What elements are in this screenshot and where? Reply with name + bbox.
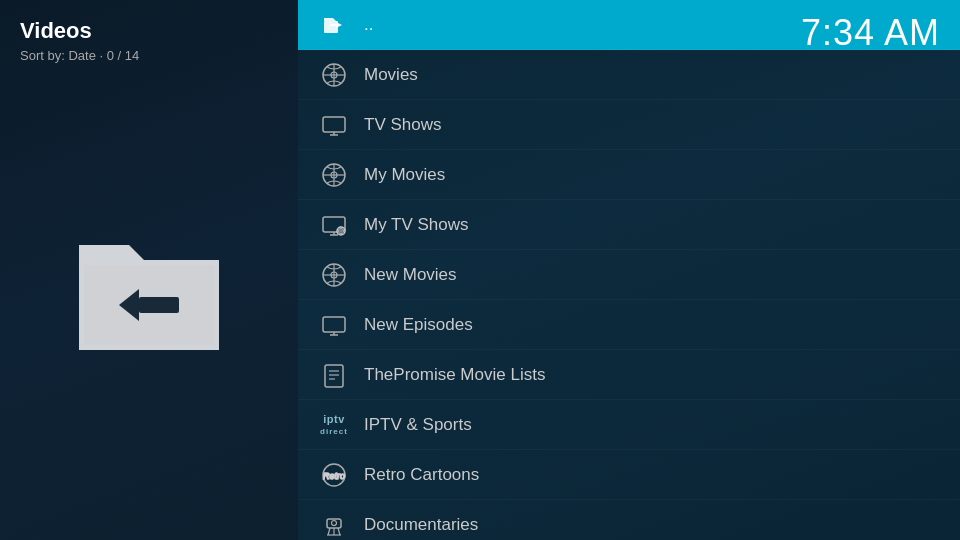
menu-item-retro[interactable]: Retro Retro Cartoons [298, 450, 960, 500]
menu-label-new-movies: New Movies [364, 265, 457, 285]
menu-label-my-tv-shows: My TV Shows [364, 215, 469, 235]
documentaries-icon [318, 509, 350, 541]
left-panel: Videos Sort by: Date · 0 / 14 [0, 0, 298, 540]
folder-back-icon [69, 210, 229, 374]
svg-line-37 [328, 528, 330, 535]
menu-label-movies: Movies [364, 65, 418, 85]
svg-rect-2 [324, 21, 338, 33]
svg-rect-3 [330, 24, 340, 26]
right-panel: 7:34 AM .. [298, 0, 960, 540]
menu-label-iptv: IPTV & Sports [364, 415, 472, 435]
menu-item-iptv[interactable]: iptvdirect IPTV & Sports [298, 400, 960, 450]
sort-info: Sort by: Date · 0 / 14 [20, 48, 139, 63]
svg-rect-29 [325, 365, 343, 387]
iptv-text: iptvdirect [320, 414, 348, 436]
svg-text:Retro: Retro [323, 471, 345, 481]
menu-label-tv-shows: TV Shows [364, 115, 441, 135]
movies-icon [318, 59, 350, 91]
svg-rect-8 [323, 117, 345, 132]
menu-item-tv-shows[interactable]: TV Shows [298, 100, 960, 150]
menu-item-documentaries[interactable]: Documentaries [298, 500, 960, 540]
menu-label-back: .. [364, 15, 373, 35]
thepromise-icon [318, 359, 350, 391]
menu-item-movies[interactable]: Movies [298, 50, 960, 100]
retro-icon: Retro [318, 459, 350, 491]
back-icon [318, 9, 350, 41]
page-title: Videos [20, 18, 92, 44]
svg-rect-26 [323, 317, 345, 332]
menu-label-thepromise: ThePromise Movie Lists [364, 365, 545, 385]
menu-list: .. Movies [298, 0, 960, 540]
menu-item-my-movies[interactable]: My Movies [298, 150, 960, 200]
my-movies-icon [318, 159, 350, 191]
folder-icon-wrapper [20, 103, 278, 520]
menu-label-my-movies: My Movies [364, 165, 445, 185]
menu-item-my-tv-shows[interactable]: My TV Shows [298, 200, 960, 250]
menu-item-thepromise[interactable]: ThePromise Movie Lists [298, 350, 960, 400]
new-movies-icon [318, 259, 350, 291]
tv-shows-icon [318, 109, 350, 141]
menu-item-new-episodes[interactable]: New Episodes [298, 300, 960, 350]
time-display: 7:34 AM [801, 12, 940, 54]
iptv-icon: iptvdirect [318, 409, 350, 441]
svg-line-38 [338, 528, 340, 535]
menu-item-new-movies[interactable]: New Movies [298, 250, 960, 300]
menu-label-documentaries: Documentaries [364, 515, 478, 535]
my-tv-shows-icon [318, 209, 350, 241]
menu-label-retro: Retro Cartoons [364, 465, 479, 485]
svg-point-36 [332, 520, 337, 525]
new-episodes-icon [318, 309, 350, 341]
menu-label-new-episodes: New Episodes [364, 315, 473, 335]
svg-rect-0 [139, 297, 179, 313]
